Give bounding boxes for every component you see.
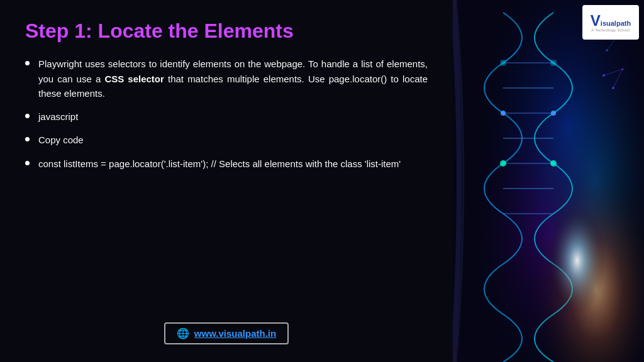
bullet-text-3: Copy code xyxy=(38,133,428,147)
website-link[interactable]: www.visualpath.in xyxy=(194,328,276,339)
bullet-dot xyxy=(25,61,30,65)
logo-v-letter: V xyxy=(591,13,601,28)
right-bg xyxy=(453,0,644,362)
bullet-dot xyxy=(25,161,30,165)
bullet-text-4: const listItems = page.locator('.list-it… xyxy=(38,156,428,171)
right-image-panel: V isualpath A Technology School xyxy=(453,0,644,362)
logo-brand-name: isualpath xyxy=(601,19,631,27)
bullet-dot xyxy=(25,114,30,118)
website-link-container: 🌐 www.visualpath.in xyxy=(25,322,428,344)
logo-box: V isualpath A Technology School xyxy=(582,5,639,40)
bullet-list: Playwright uses selectors to identify el… xyxy=(25,57,428,316)
logo-sub-text: A Technology School xyxy=(591,28,630,32)
bullet-text-1: Playwright uses selectors to identify el… xyxy=(38,57,428,101)
dna-visual xyxy=(453,0,644,362)
website-link-box: 🌐 www.visualpath.in xyxy=(164,322,289,344)
bullet-dot xyxy=(25,137,30,141)
list-item: const listItems = page.locator('.list-it… xyxy=(25,156,428,171)
svg-rect-18 xyxy=(453,0,644,362)
globe-icon: 🌐 xyxy=(177,327,189,339)
left-content: Step 1: Locate the Elements Playwright u… xyxy=(0,0,453,362)
list-item: Playwright uses selectors to identify el… xyxy=(25,57,428,101)
list-item: Copy code xyxy=(25,133,428,147)
list-item: javascript xyxy=(25,109,428,124)
slide-container: Step 1: Locate the Elements Playwright u… xyxy=(0,0,644,362)
slide-title: Step 1: Locate the Elements xyxy=(25,19,428,43)
bullet-text-2: javascript xyxy=(38,109,428,124)
bold-css-selector: CSS selector xyxy=(104,74,164,84)
